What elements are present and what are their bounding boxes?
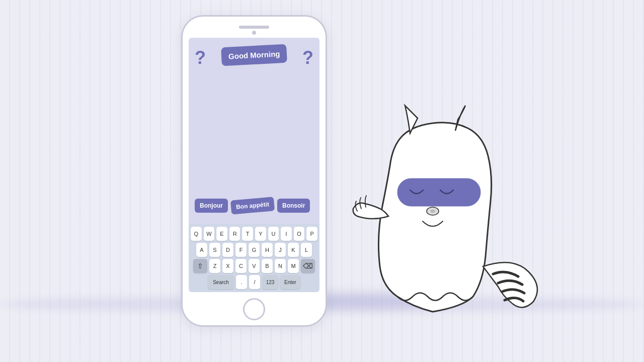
key-j[interactable]: J: [275, 243, 286, 257]
raccoon-character: [332, 55, 543, 317]
question-mark-right: ?: [302, 49, 313, 67]
key-z[interactable]: Z: [209, 259, 220, 273]
key-search[interactable]: Search: [208, 275, 234, 289]
key-shift[interactable]: ⇧: [193, 259, 207, 273]
answer-card-bonjour[interactable]: Bonjour: [195, 199, 228, 213]
key-v[interactable]: V: [249, 259, 260, 273]
key-t[interactable]: T: [242, 227, 253, 241]
key-w[interactable]: W: [204, 227, 215, 241]
key-f[interactable]: F: [235, 243, 247, 257]
key-b[interactable]: B: [262, 259, 273, 273]
key-q[interactable]: Q: [191, 227, 202, 241]
key-u[interactable]: U: [268, 227, 279, 241]
raccoon-svg: [332, 55, 543, 317]
app-area: ? Good Morning ? Bonjour Bon appétit Bon…: [189, 38, 319, 224]
key-m[interactable]: M: [288, 259, 299, 273]
key-r[interactable]: R: [229, 227, 240, 241]
keyboard-row-3: ⇧ Z X C V B N M ⌫: [191, 259, 317, 273]
key-d[interactable]: D: [222, 243, 233, 257]
key-n[interactable]: N: [275, 259, 286, 273]
question-mark-left: ?: [195, 49, 206, 67]
key-backspace[interactable]: ⌫: [301, 259, 315, 273]
phone: ? Good Morning ? Bonjour Bon appétit Bon…: [181, 15, 327, 327]
phone-speaker: [239, 26, 269, 29]
key-s[interactable]: S: [209, 243, 220, 257]
key-num[interactable]: 123: [262, 275, 278, 289]
phone-screen: ? Good Morning ? Bonjour Bon appétit Bon…: [189, 38, 319, 292]
good-morning-card[interactable]: Good Morning: [221, 44, 287, 66]
key-enter[interactable]: Enter: [280, 275, 300, 289]
key-g[interactable]: G: [249, 243, 260, 257]
key-x[interactable]: X: [222, 259, 233, 273]
answer-card-bon-appetit[interactable]: Bon appétit: [230, 197, 275, 214]
key-p[interactable]: P: [306, 227, 317, 241]
key-slash[interactable]: /: [249, 275, 260, 289]
keyboard-row-1: Q W E R T Y U I O P: [191, 227, 317, 241]
key-l[interactable]: L: [301, 243, 312, 257]
svg-rect-0: [397, 178, 480, 206]
phone-home-button[interactable]: [243, 298, 265, 320]
svg-point-2: [430, 210, 435, 213]
key-dot[interactable]: .: [236, 275, 247, 289]
answer-cards-row: Bonjour Bon appétit Bonsoir: [195, 199, 313, 216]
keyboard-bottom-row: Search . / 123 Enter: [191, 275, 317, 289]
key-o[interactable]: O: [294, 227, 305, 241]
answer-card-bonsoir[interactable]: Bonsoir: [277, 199, 310, 213]
key-i[interactable]: I: [281, 227, 292, 241]
good-morning-text: Good Morning: [228, 49, 280, 60]
question-row: ? Good Morning ?: [195, 44, 313, 67]
key-k[interactable]: K: [288, 243, 299, 257]
key-h[interactable]: H: [262, 243, 273, 257]
key-c[interactable]: C: [235, 259, 247, 273]
keyboard-row-2: A S D F G H J K L: [191, 243, 317, 257]
phone-camera: [252, 31, 256, 35]
key-a[interactable]: A: [196, 243, 207, 257]
key-e[interactable]: E: [216, 227, 227, 241]
key-y[interactable]: Y: [255, 227, 266, 241]
keyboard: Q W E R T Y U I O P A S D F G H J K: [189, 224, 319, 292]
